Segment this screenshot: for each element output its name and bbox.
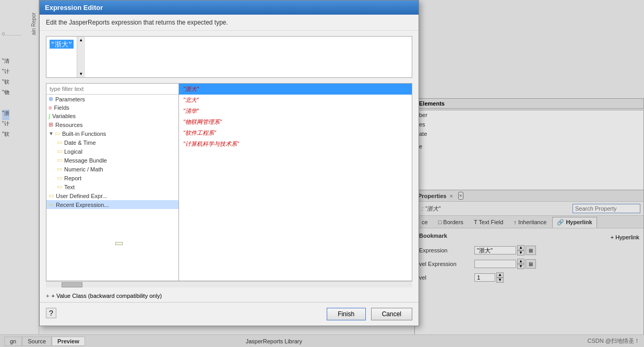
value-item-3[interactable]: "物联网管理系" <box>179 117 412 128</box>
tree-label-datetime: Date & Time <box>64 140 96 146</box>
tree-item-messagebundle[interactable]: ▭ Message Bundle <box>46 156 178 165</box>
tree-item-datetime[interactable]: ▭ Date & Time <box>46 138 178 147</box>
scrollbar-thumb[interactable] <box>62 282 82 287</box>
tree-label-variables: Variables <box>52 113 76 119</box>
tree-label-recentexpr: Recent Expression... <box>56 202 109 208</box>
report-folder-icon: ▭ <box>57 175 62 181</box>
tree-label-report: Report <box>64 175 81 181</box>
tree-item-userdefined[interactable]: ▭ User Defined Expr... <box>46 191 178 200</box>
value-class-expand-btn[interactable]: + <box>46 293 49 299</box>
dialog-buttons: ? Finish Cancel <box>40 302 419 326</box>
tree-item-variables[interactable]: ∫ Variables <box>46 112 178 120</box>
userdefined-folder-icon: ▭ <box>49 192 54 199</box>
resources-icon: ⊞ <box>49 121 53 128</box>
builtin-expand-icon: ▼ <box>49 131 54 136</box>
datetime-folder-icon: ▭ <box>57 139 62 146</box>
messagebundle-folder-icon: ▭ <box>57 157 62 164</box>
scrollbar-area[interactable] <box>46 281 412 287</box>
value-item-1[interactable]: "北大" <box>179 95 412 106</box>
value-class-label: + Value Class (backward compatibility on… <box>51 293 162 299</box>
tree-label-fields: Fields <box>54 105 69 111</box>
expression-editor-dialog: Expression Editor Edit the JasperReports… <box>39 0 419 326</box>
finish-button[interactable]: Finish <box>327 308 366 320</box>
tree-item-report[interactable]: ▭ Report <box>46 173 178 182</box>
tree-label-numericmath: Numeric / Math <box>64 166 103 172</box>
text-folder-icon: ▭ <box>57 183 62 190</box>
expression-display: "浙大" <box>46 37 77 77</box>
tree-label-messagebundle: Message Bundle <box>64 157 107 164</box>
tree-label-userdefined: User Defined Expr... <box>56 193 107 199</box>
numericmath-folder-icon: ▭ <box>57 166 62 172</box>
tree-label-logical: Logical <box>64 148 82 155</box>
expr-scroll-down-btn[interactable]: ▼ <box>78 71 84 77</box>
tree-item-parameters[interactable]: ⊕ Parameters <box>46 95 178 103</box>
tree-item-builtin[interactable]: ▼ ▭ Built-in Functions <box>46 129 178 138</box>
dialog-titlebar: Expression Editor <box>40 1 419 15</box>
value-item-5[interactable]: "计算机科学与技术系" <box>179 138 412 149</box>
recentexpr-folder-icon: ▭ <box>49 201 54 208</box>
expr-scroll-up-btn[interactable]: ▲ <box>78 37 84 43</box>
values-panel: "浙大" "北大" "清华" "物联网管理系" "软件工程系" "计算机科学与技… <box>179 83 412 281</box>
logical-folder-icon: ▭ <box>57 148 62 155</box>
dialog-subtitle: Edit the JasperReports expression that r… <box>40 15 419 31</box>
expression-editor-area: "浙大" ▲ ▼ <box>46 36 412 78</box>
dialog-title: Expression Editor <box>45 4 103 11</box>
expression-highlighted: "浙大" <box>50 40 74 49</box>
help-button[interactable]: ? <box>46 308 56 318</box>
builtin-folder-icon: ▭ <box>55 130 60 137</box>
cancel-button[interactable]: Cancel <box>371 308 412 320</box>
value-item-4[interactable]: "软件工程系" <box>179 128 412 138</box>
variables-icon: ∫ <box>49 113 50 119</box>
tree-label-text: Text <box>64 184 75 190</box>
expression-tree-panel: ⊕ Parameters ≡ Fields ∫ Variables ⊞ Reso… <box>46 83 179 281</box>
tree-item-logical[interactable]: ▭ Logical <box>46 147 178 156</box>
value-class-section: + + Value Class (backward compatibility … <box>46 293 412 299</box>
parameters-icon: ⊕ <box>49 96 53 102</box>
tree-label-builtin: Built-in Functions <box>62 131 106 137</box>
tree-item-fields[interactable]: ≡ Fields <box>46 103 178 112</box>
value-item-2[interactable]: "清华" <box>179 106 412 117</box>
expression-scrollbar[interactable]: ▲ ▼ <box>77 37 85 77</box>
tree-item-numericmath[interactable]: ▭ Numeric / Math <box>46 165 178 173</box>
dialog-bottom-panel: ⊕ Parameters ≡ Fields ∫ Variables ⊞ Reso… <box>46 83 412 281</box>
fields-icon: ≡ <box>49 105 52 111</box>
tree-item-recentexpr[interactable]: ▭ Recent Expression... <box>46 200 178 209</box>
tree-tooltip <box>115 242 123 245</box>
value-item-0[interactable]: "浙大" <box>179 84 412 95</box>
tree-item-text[interactable]: ▭ Text <box>46 182 178 191</box>
tree-label-resources: Resources <box>55 122 83 128</box>
tree-filter-input[interactable] <box>46 84 178 95</box>
tree-label-parameters: Parameters <box>55 96 85 102</box>
tree-item-resources[interactable]: ⊞ Resources <box>46 120 178 129</box>
